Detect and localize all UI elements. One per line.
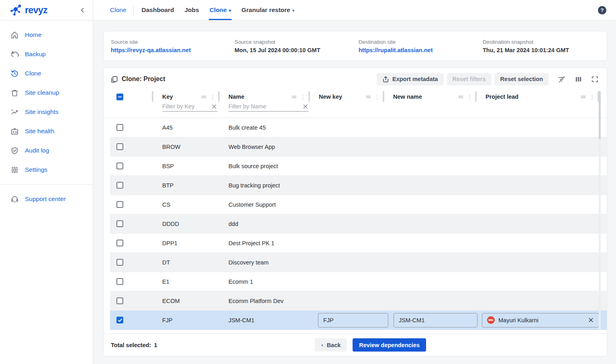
row-checkbox[interactable] — [116, 143, 123, 150]
clone-history-icon — [10, 69, 19, 78]
site-link[interactable]: https://revyz-qa.atlassian.net — [111, 47, 235, 53]
reset-filters-button[interactable]: Reset filters — [447, 73, 492, 85]
table-row-fjp[interactable]: FJPJSM-CM1MKMayuri Kulkarni — [110, 311, 607, 330]
project-lead-select[interactable]: MKMayuri Kulkarni — [482, 313, 599, 327]
column-menu-icon[interactable]: ⋮ — [467, 94, 473, 100]
cell-project-lead: MKMayuri Kulkarni — [477, 311, 599, 329]
table-row-dddd[interactable]: DDDDddd — [110, 214, 607, 234]
help-icon[interactable]: ? — [598, 6, 606, 14]
row-checkbox[interactable] — [116, 124, 123, 131]
sidebar-item-settings[interactable]: Settings — [0, 160, 93, 179]
cell-new-key — [310, 272, 384, 291]
column-label: Project lead — [485, 94, 518, 100]
column-header-key: Key⋮ — [153, 90, 220, 103]
columns-icon[interactable] — [575, 75, 582, 83]
cell-project-lead — [477, 137, 599, 156]
column-menu-icon[interactable]: ⋮ — [374, 94, 380, 100]
sidebar-collapse-icon[interactable] — [80, 7, 86, 13]
row-checkbox[interactable] — [116, 317, 123, 323]
cell-new-key — [310, 195, 384, 214]
column-menu-icon[interactable]: ⋮ — [210, 94, 216, 100]
sidebar-nav: HomeBackupCloneSite cleanupSite insights… — [0, 20, 93, 179]
sidebar-item-audit-log[interactable]: Audit log — [0, 141, 93, 160]
sidebar-item-backup[interactable]: Backup — [0, 45, 93, 64]
row-checkbox[interactable] — [116, 259, 123, 266]
select-all-checkbox[interactable] — [116, 94, 123, 100]
clear-lead-icon[interactable] — [588, 317, 594, 323]
row-checkbox[interactable] — [116, 182, 123, 189]
table-row-cs[interactable]: CSCustomer Support — [110, 195, 607, 214]
row-checkbox[interactable] — [116, 297, 123, 304]
table-row-btp[interactable]: BTPBug tracking project — [110, 176, 607, 195]
sidebar-item-support-center[interactable]: Support center — [0, 189, 93, 209]
cell-project-lead — [477, 253, 599, 272]
row-checkbox[interactable] — [116, 240, 123, 246]
cell-new-name — [384, 272, 477, 291]
column-menu-icon[interactable]: ⋮ — [589, 94, 595, 100]
table-row-e1[interactable]: E1Ecomm 1 — [110, 272, 607, 291]
reset-selection-button[interactable]: Reset selection — [495, 73, 549, 85]
trash-icon — [10, 88, 19, 97]
clear-filter-icon[interactable] — [211, 104, 217, 110]
filter-input-name[interactable] — [228, 103, 302, 110]
cell-name: Bulk create 45 — [220, 118, 310, 137]
column-label: New key — [319, 94, 342, 100]
cell-project-lead — [477, 157, 599, 175]
cell-new-name — [384, 118, 477, 137]
fullscreen-icon[interactable] — [591, 75, 599, 83]
top-nav: DashboardJobsClone▾Granular restore▾ — [142, 0, 295, 20]
cell-key: A45 — [153, 118, 220, 137]
table-scrollbar[interactable] — [599, 91, 601, 329]
row-checkbox[interactable] — [116, 201, 123, 208]
table-row-dt[interactable]: DTDiscovery team — [110, 253, 607, 272]
table-row-dpp1[interactable]: DPP1Dest Project PK 1 — [110, 234, 607, 253]
nav-item-granular-restore[interactable]: Granular restore▾ — [241, 0, 294, 20]
column-drag-handle-icon[interactable] — [580, 94, 587, 100]
cell-new-name — [384, 234, 477, 252]
column-drag-handle-icon[interactable] — [365, 94, 372, 100]
filter-input-key[interactable] — [162, 103, 211, 110]
new-key-input[interactable] — [318, 313, 388, 327]
cell-new-key — [310, 157, 384, 175]
nav-item-jobs[interactable]: Jobs — [184, 0, 199, 20]
new-name-input[interactable] — [394, 313, 477, 327]
info-field-destination-site: Destination sitehttps://rupalit.atlassia… — [359, 39, 483, 53]
row-checkbox[interactable] — [116, 220, 123, 227]
sidebar-item-site-insights[interactable]: Site insights — [0, 102, 93, 122]
cell-new-key — [310, 234, 384, 252]
breadcrumb[interactable]: Clone — [110, 6, 126, 14]
filter-cell-key — [153, 103, 220, 118]
nav-item-clone[interactable]: Clone▾ — [210, 0, 231, 20]
table-body: A45Bulk create 45BROWWeb Browser AppBSPB… — [104, 118, 607, 330]
table-row-brow[interactable]: BROWWeb Browser App — [110, 137, 607, 157]
info-field-source-site: Source sitehttps://revyz-qa.atlassian.ne… — [111, 39, 235, 53]
sidebar-item-clone[interactable]: Clone — [0, 64, 93, 83]
column-drag-handle-icon[interactable] — [457, 94, 464, 100]
nav-item-dashboard[interactable]: Dashboard — [142, 0, 174, 20]
cell-name: Dest Project PK 1 — [220, 234, 310, 252]
back-button[interactable]: ‹ Back — [315, 338, 347, 352]
sidebar-item-label: Site insights — [25, 108, 59, 116]
review-dependencies-button[interactable]: Review dependencies — [353, 338, 426, 352]
chevron-down-icon: ▾ — [292, 8, 295, 13]
column-drag-handle-icon[interactable] — [291, 94, 298, 100]
info-field-label: Source site — [111, 39, 235, 45]
column-drag-handle-icon[interactable] — [200, 94, 207, 100]
site-link[interactable]: https://rupalit.atlassian.net — [359, 47, 483, 53]
cell-key: BROW — [153, 137, 220, 156]
sidebar-item-home[interactable]: Home — [0, 25, 93, 45]
cell-key: FJP — [153, 311, 220, 329]
sidebar-item-site-cleanup[interactable]: Site cleanup — [0, 83, 93, 102]
row-checkbox[interactable] — [116, 163, 123, 169]
filter-off-icon[interactable] — [557, 75, 566, 83]
row-checkbox[interactable] — [116, 278, 123, 285]
table-row-a45[interactable]: A45Bulk create 45 — [110, 118, 607, 137]
project-lead-name: Mayuri Kulkarni — [498, 317, 538, 323]
column-menu-icon[interactable]: ⋮ — [300, 94, 306, 100]
export-metadata-button[interactable]: Export metadata — [377, 73, 444, 85]
sidebar-item-site-health[interactable]: Site health — [0, 122, 93, 141]
table-row-bsp[interactable]: BSPBulk source project — [110, 157, 607, 176]
table-toolbar: Export metadata Reset filters Reset sele… — [377, 73, 599, 85]
table-row-ecom[interactable]: ECOMEcomm Platform Dev — [110, 291, 607, 311]
clear-filter-icon[interactable] — [302, 104, 308, 110]
